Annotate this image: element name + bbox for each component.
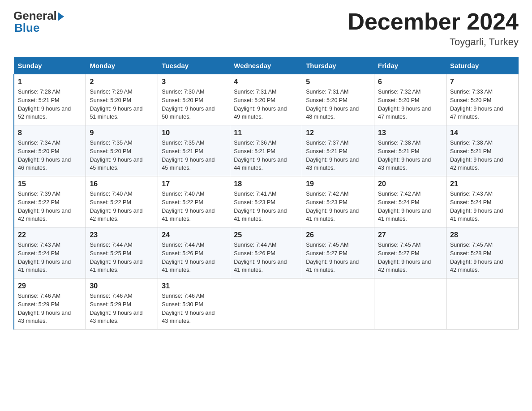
day-info: Sunrise: 7:43 AMSunset: 5:24 PMDaylight:… [18,241,82,274]
logo: General Blue [13,9,64,35]
day-number: 6 [378,78,442,86]
calendar-week-3: 15Sunrise: 7:39 AMSunset: 5:22 PMDayligh… [14,176,519,227]
day-info: Sunrise: 7:42 AMSunset: 5:23 PMDaylight:… [306,190,370,223]
column-header-tuesday: Tuesday [158,57,230,74]
day-info: Sunrise: 7:45 AMSunset: 5:27 PMDaylight:… [306,241,370,274]
day-info: Sunrise: 7:37 AMSunset: 5:21 PMDaylight:… [306,139,370,172]
day-info: Sunrise: 7:45 AMSunset: 5:28 PMDaylight:… [450,241,515,274]
calendar-cell: 1Sunrise: 7:28 AMSunset: 5:21 PMDaylight… [14,74,86,125]
calendar-cell: 27Sunrise: 7:45 AMSunset: 5:27 PMDayligh… [374,227,446,278]
day-info: Sunrise: 7:32 AMSunset: 5:20 PMDaylight:… [378,88,442,121]
day-number: 14 [450,129,515,137]
day-number: 25 [234,231,298,239]
day-number: 5 [306,78,370,86]
calendar-cell: 31Sunrise: 7:46 AMSunset: 5:30 PMDayligh… [158,278,230,330]
title-section: December 2024 Toygarli, Turkey [348,9,519,48]
day-number: 20 [378,180,442,188]
column-header-monday: Monday [86,57,158,74]
day-number: 18 [234,180,298,188]
calendar-week-5: 29Sunrise: 7:46 AMSunset: 5:29 PMDayligh… [14,278,519,330]
day-info: Sunrise: 7:31 AMSunset: 5:20 PMDaylight:… [234,88,298,121]
day-info: Sunrise: 7:40 AMSunset: 5:22 PMDaylight:… [162,190,226,223]
calendar-cell: 30Sunrise: 7:46 AMSunset: 5:29 PMDayligh… [86,278,158,330]
day-info: Sunrise: 7:35 AMSunset: 5:20 PMDaylight:… [90,139,154,172]
column-header-sunday: Sunday [14,57,86,74]
day-info: Sunrise: 7:30 AMSunset: 5:20 PMDaylight:… [162,88,226,121]
column-header-thursday: Thursday [302,57,374,74]
calendar-cell: 8Sunrise: 7:34 AMSunset: 5:20 PMDaylight… [14,125,86,176]
calendar-cell: 11Sunrise: 7:36 AMSunset: 5:21 PMDayligh… [230,125,302,176]
day-number: 28 [450,231,515,239]
day-info: Sunrise: 7:38 AMSunset: 5:21 PMDaylight:… [450,139,515,172]
day-number: 7 [450,78,515,86]
day-number: 3 [162,78,226,86]
day-info: Sunrise: 7:28 AMSunset: 5:21 PMDaylight:… [18,88,82,121]
day-number: 24 [162,231,226,239]
calendar-cell [446,278,519,330]
calendar-week-2: 8Sunrise: 7:34 AMSunset: 5:20 PMDaylight… [14,125,519,176]
day-number: 26 [306,231,370,239]
day-info: Sunrise: 7:31 AMSunset: 5:20 PMDaylight:… [306,88,370,121]
day-number: 22 [18,231,82,239]
calendar-cell: 5Sunrise: 7:31 AMSunset: 5:20 PMDaylight… [302,74,374,125]
day-number: 29 [18,282,82,290]
day-info: Sunrise: 7:40 AMSunset: 5:22 PMDaylight:… [90,190,154,223]
calendar-cell: 19Sunrise: 7:42 AMSunset: 5:23 PMDayligh… [302,176,374,227]
day-info: Sunrise: 7:46 AMSunset: 5:29 PMDaylight:… [18,292,82,325]
column-header-saturday: Saturday [446,57,519,74]
column-header-friday: Friday [374,57,446,74]
location-subtitle: Toygarli, Turkey [348,36,519,48]
day-info: Sunrise: 7:33 AMSunset: 5:20 PMDaylight:… [450,88,515,121]
day-number: 1 [18,78,82,86]
calendar-cell: 9Sunrise: 7:35 AMSunset: 5:20 PMDaylight… [86,125,158,176]
calendar-cell [374,278,446,330]
calendar-cell: 29Sunrise: 7:46 AMSunset: 5:29 PMDayligh… [14,278,86,330]
day-info: Sunrise: 7:35 AMSunset: 5:21 PMDaylight:… [162,139,226,172]
logo-blue-text: Blue [14,21,39,35]
day-info: Sunrise: 7:44 AMSunset: 5:26 PMDaylight:… [234,241,298,274]
day-number: 30 [90,282,154,290]
column-header-wednesday: Wednesday [230,57,302,74]
day-number: 21 [450,180,515,188]
calendar-cell [302,278,374,330]
day-info: Sunrise: 7:44 AMSunset: 5:26 PMDaylight:… [162,241,226,274]
calendar-week-4: 22Sunrise: 7:43 AMSunset: 5:24 PMDayligh… [14,227,519,278]
day-number: 4 [234,78,298,86]
day-info: Sunrise: 7:46 AMSunset: 5:29 PMDaylight:… [90,292,154,325]
calendar-cell: 25Sunrise: 7:44 AMSunset: 5:26 PMDayligh… [230,227,302,278]
day-info: Sunrise: 7:36 AMSunset: 5:21 PMDaylight:… [234,139,298,172]
day-info: Sunrise: 7:34 AMSunset: 5:20 PMDaylight:… [18,139,82,172]
day-number: 8 [18,129,82,137]
day-info: Sunrise: 7:38 AMSunset: 5:21 PMDaylight:… [378,139,442,172]
calendar-cell: 18Sunrise: 7:41 AMSunset: 5:23 PMDayligh… [230,176,302,227]
day-info: Sunrise: 7:41 AMSunset: 5:23 PMDaylight:… [234,190,298,223]
calendar-cell: 2Sunrise: 7:29 AMSunset: 5:20 PMDaylight… [86,74,158,125]
calendar-cell: 16Sunrise: 7:40 AMSunset: 5:22 PMDayligh… [86,176,158,227]
day-number: 23 [90,231,154,239]
calendar-cell: 28Sunrise: 7:45 AMSunset: 5:28 PMDayligh… [446,227,519,278]
day-number: 13 [378,129,442,137]
calendar-cell [230,278,302,330]
calendar-cell: 22Sunrise: 7:43 AMSunset: 5:24 PMDayligh… [14,227,86,278]
day-number: 11 [234,129,298,137]
calendar-cell: 7Sunrise: 7:33 AMSunset: 5:20 PMDaylight… [446,74,519,125]
day-number: 2 [90,78,154,86]
day-info: Sunrise: 7:29 AMSunset: 5:20 PMDaylight:… [90,88,154,121]
day-number: 10 [162,129,226,137]
day-info: Sunrise: 7:44 AMSunset: 5:25 PMDaylight:… [90,241,154,274]
page-header: General Blue December 2024 Toygarli, Tur… [13,9,519,48]
day-number: 16 [90,180,154,188]
day-info: Sunrise: 7:45 AMSunset: 5:27 PMDaylight:… [378,241,442,274]
calendar-cell: 17Sunrise: 7:40 AMSunset: 5:22 PMDayligh… [158,176,230,227]
calendar-cell: 10Sunrise: 7:35 AMSunset: 5:21 PMDayligh… [158,125,230,176]
calendar-cell: 15Sunrise: 7:39 AMSunset: 5:22 PMDayligh… [14,176,86,227]
day-number: 9 [90,129,154,137]
calendar-cell: 20Sunrise: 7:42 AMSunset: 5:24 PMDayligh… [374,176,446,227]
calendar-cell: 13Sunrise: 7:38 AMSunset: 5:21 PMDayligh… [374,125,446,176]
calendar-cell: 23Sunrise: 7:44 AMSunset: 5:25 PMDayligh… [86,227,158,278]
calendar-cell: 4Sunrise: 7:31 AMSunset: 5:20 PMDaylight… [230,74,302,125]
day-number: 17 [162,180,226,188]
calendar-cell: 24Sunrise: 7:44 AMSunset: 5:26 PMDayligh… [158,227,230,278]
calendar-cell: 6Sunrise: 7:32 AMSunset: 5:20 PMDaylight… [374,74,446,125]
day-info: Sunrise: 7:39 AMSunset: 5:22 PMDaylight:… [18,190,82,223]
